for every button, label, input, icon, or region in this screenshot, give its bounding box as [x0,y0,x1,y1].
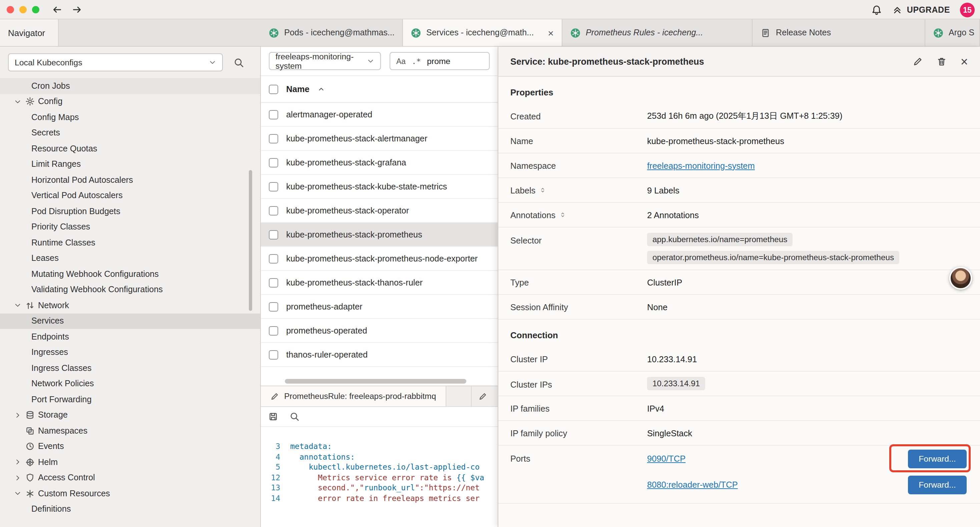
row-checkbox[interactable] [269,230,278,239]
sidebar-item-endpoints[interactable]: Endpoints [0,329,260,345]
sidebar-item-secrets[interactable]: Secrets [0,125,260,141]
kubeconfig-select[interactable]: Local Kubeconfigs [8,53,223,72]
sidebar-item-storage[interactable]: Storage [0,407,260,423]
sidebar-item-cron-jobs[interactable]: Cron Jobs [0,78,260,94]
chevron-right-icon [14,474,21,482]
row-checkbox[interactable] [269,350,278,359]
detail-row-selector: Selectorapp.kubernetes.io/name=prometheu… [498,228,980,270]
table-row[interactable]: kube-prometheus-stack-prometheus [261,223,498,247]
sidebar-item-config[interactable]: Config [0,94,260,110]
sidebar-scrollbar-thumb[interactable] [249,170,252,311]
sidebar-item-mutating-webhook-configurations[interactable]: Mutating Webhook Configurations [0,266,260,282]
sidebar-item-runtime-classes[interactable]: Runtime Classes [0,235,260,250]
delete-service-icon[interactable] [937,56,947,66]
yaml-editor[interactable]: 3metadata:4 annotations:5 kubectl.kubern… [261,427,498,504]
row-checkbox[interactable] [269,158,278,167]
list-toolbar: freeleaps-monitoring-system Aa .* prome [261,47,498,76]
tab-pods-icecheng-mathmas[interactable]: Pods - icecheng@mathmas... [261,19,403,46]
sidebar-item-resource-quotas[interactable]: Resource Quotas [0,141,260,156]
table-row[interactable]: alertmanager-operated [261,103,498,127]
forward-button[interactable]: Forward... [908,475,967,494]
sidebar-item-network-policies[interactable]: Network Policies [0,376,260,392]
detail-link[interactable]: freeleaps-monitoring-system [647,161,755,170]
save-icon[interactable] [268,412,278,422]
row-checkbox[interactable] [269,278,278,287]
sidebar-item-config-maps[interactable]: Config Maps [0,110,260,125]
maximize-window-button[interactable] [32,6,39,13]
sidebar-item-leases[interactable]: Leases [0,250,260,266]
sidebar-item-services[interactable]: Services [0,313,260,329]
table-row[interactable]: kube-prometheus-stack-kube-state-metrics [261,175,498,199]
sidebar-item-helm[interactable]: Helm [0,454,260,470]
port-entry: 8080:reloader-web/TCPForward... [647,471,968,498]
table-row[interactable]: prometheus-operated [261,319,498,343]
row-checkbox[interactable] [269,110,278,119]
row-checkbox[interactable] [269,182,278,191]
upgrade-button[interactable]: UPGRADE [892,4,950,15]
sidebar-item-port-forwarding[interactable]: Port Forwarding [0,392,260,407]
row-checkbox[interactable] [269,206,278,215]
detail-label-text: Annotations [510,210,555,220]
dock-tab-label: PrometheusRule: freeleaps-prod-rabbitmq [284,392,436,401]
sidebar-item-ingress-classes[interactable]: Ingress Classes [0,360,260,376]
tab-close-icon[interactable]: × [548,28,554,38]
dock-tab-prometheusrule[interactable]: PrometheusRule: freeleaps-prod-rabbitmq [261,386,446,406]
horizontal-scrollbar-thumb[interactable] [285,379,466,384]
sidebar-item-custom-resources[interactable]: Custom Resources [0,486,260,502]
close-drawer-icon[interactable]: × [961,55,968,68]
regex-toggle[interactable]: .* [412,56,421,66]
row-checkbox[interactable] [269,134,278,143]
port-link[interactable]: 8080:reloader-web/TCP [647,480,738,490]
sidebar-item-network[interactable]: Network [0,298,260,313]
sort-ascending-icon[interactable] [318,85,325,93]
forward-icon[interactable] [72,4,83,15]
table-row[interactable]: kube-prometheus-stack-operator [261,199,498,223]
sidebar-item-limit-ranges[interactable]: Limit Ranges [0,156,260,172]
tab-argo-s[interactable]: Argo S [925,19,980,46]
port-link[interactable]: 9090/TCP [647,454,686,463]
table-row[interactable]: kube-prometheus-stack-grafana [261,151,498,175]
namespace-select[interactable]: freeleaps-monitoring-system [269,52,381,70]
minimize-window-button[interactable] [19,6,27,13]
sidebar-item-pod-disruption-budgets[interactable]: Pod Disruption Budgets [0,204,260,219]
sort-toggle-icon[interactable] [539,186,546,194]
user-avatar[interactable] [949,267,972,290]
close-window-button[interactable] [7,6,14,13]
row-name: kube-prometheus-stack-operator [286,206,409,215]
sidebar-item-label: Config [38,97,62,107]
table-row[interactable]: kube-prometheus-stack-thanos-ruler [261,271,498,295]
table-row[interactable]: kube-prometheus-stack-alertmanager [261,127,498,151]
notification-count-badge[interactable]: 15 [960,2,975,17]
sidebar-item-horizontal-pod-autoscalers[interactable]: Horizontal Pod Autoscalers [0,172,260,188]
table-row[interactable]: thanos-ruler-operated [261,343,498,367]
row-checkbox[interactable] [269,302,278,311]
sidebar-item-vertical-pod-autoscalers[interactable]: Vertical Pod Autoscalers [0,188,260,204]
sidebar-item-events[interactable]: Events [0,439,260,454]
editor-search-icon[interactable] [290,412,299,422]
row-checkbox[interactable] [269,326,278,335]
tab-services-icecheng-math[interactable]: Services - icecheng@math...× [403,19,562,46]
sidebar-item-namespaces[interactable]: Namespaces [0,423,260,439]
sidebar-item-validating-webhook-configurations[interactable]: Validating Webhook Configurations [0,282,260,298]
sidebar-item-priority-classes[interactable]: Priority Classes [0,219,260,235]
table-row[interactable]: kube-prometheus-stack-prometheus-node-ex… [261,247,498,271]
dock-tab-partial[interactable] [471,386,498,406]
match-case-toggle[interactable]: Aa [396,57,406,65]
tab-prometheus-rules-icecheng[interactable]: Prometheus Rules - icecheng... [562,19,752,46]
sidebar-item-access-control[interactable]: Access Control [0,470,260,486]
name-column-header[interactable]: Name [286,84,310,94]
table-row[interactable]: prometheus-adapter [261,295,498,319]
sidebar-search-icon[interactable] [234,57,244,68]
row-checkbox[interactable] [269,254,278,263]
sidebar-item-definitions[interactable]: Definitions [0,502,260,517]
edit-service-icon[interactable] [913,56,923,66]
select-all-checkbox[interactable] [269,84,278,94]
search-input[interactable]: Aa .* prome [390,52,490,70]
sidebar-item-ingresses[interactable]: Ingresses [0,345,260,360]
sort-toggle-icon[interactable] [559,211,565,219]
forward-button[interactable]: Forward... [908,449,967,468]
detail-label: Labels [510,185,647,195]
back-icon[interactable] [51,4,63,15]
notifications-bell-icon[interactable] [872,4,882,15]
tab-release-notes[interactable]: Release Notes [752,19,925,46]
